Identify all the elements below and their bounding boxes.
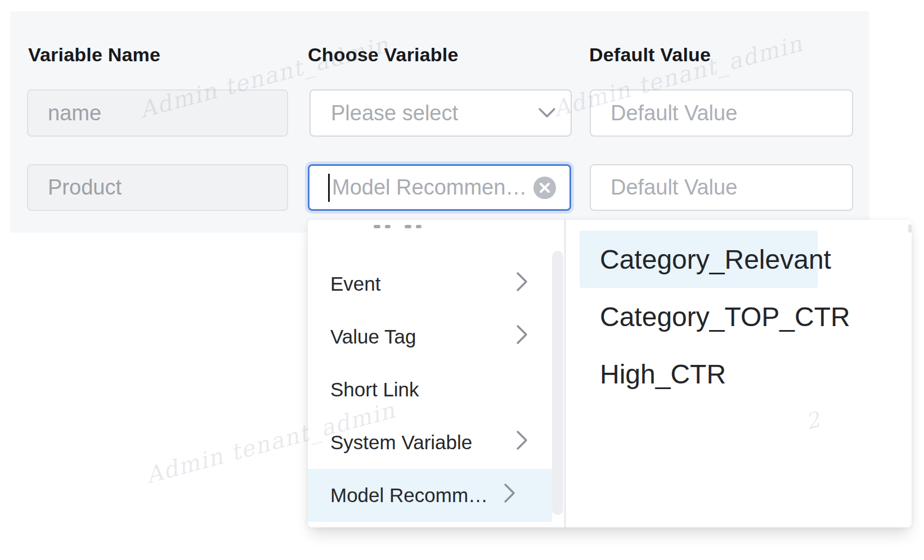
variable-name-label: Variable Name bbox=[28, 44, 160, 66]
cascader-column-1: Event Value Tag Short Link System Variab… bbox=[308, 220, 564, 527]
choose-variable-select-row1[interactable]: Please select bbox=[310, 89, 572, 137]
clipped-text-fragment bbox=[385, 225, 391, 228]
clipped-menu-item[interactable] bbox=[308, 220, 564, 258]
submenu-item-label: High_CTR bbox=[600, 359, 726, 390]
submenu-item-label: Category_Relevant bbox=[600, 244, 831, 275]
clipped-text-fragment bbox=[416, 225, 421, 228]
variable-name-input-row1[interactable] bbox=[27, 89, 288, 137]
choose-variable-value-row2: Model Recommen… bbox=[332, 175, 528, 200]
clipped-text-fragment bbox=[405, 225, 411, 228]
choose-variable-label: Choose Variable bbox=[308, 44, 459, 66]
submenu-item-category-relevant[interactable]: Category_Relevant bbox=[580, 231, 818, 288]
chevron-right-icon bbox=[516, 430, 528, 455]
menu-item-short-link[interactable]: Short Link bbox=[308, 363, 564, 416]
chevron-right-icon bbox=[516, 272, 528, 296]
menu-item-label: Model Recomm… bbox=[330, 484, 488, 507]
submenu-item-high-ctr[interactable]: High_CTR bbox=[580, 345, 818, 403]
chevron-down-icon bbox=[538, 107, 556, 119]
menu-item-value-tag[interactable]: Value Tag bbox=[308, 310, 564, 363]
clipped-text-fragment bbox=[374, 225, 380, 228]
text-cursor bbox=[328, 174, 330, 202]
choose-variable-placeholder-row1: Please select bbox=[331, 101, 458, 125]
chevron-right-icon bbox=[516, 324, 528, 349]
default-value-input-row1[interactable] bbox=[590, 89, 853, 137]
cascader-column-2: Category_Relevant Category_TOP_CTR High_… bbox=[566, 231, 912, 403]
menu-item-system-variable[interactable]: System Variable bbox=[308, 416, 564, 469]
clear-icon[interactable] bbox=[533, 177, 556, 199]
menu-item-label: Short Link bbox=[330, 378, 419, 401]
screen: Variable Name Choose Variable Default Va… bbox=[0, 0, 924, 560]
submenu-item-category-top-ctr[interactable]: Category_TOP_CTR bbox=[580, 288, 818, 345]
menu-item-label: Value Tag bbox=[330, 326, 416, 348]
variable-name-input-row2[interactable] bbox=[27, 164, 288, 211]
menu-item-label: System Variable bbox=[330, 431, 472, 454]
menu-item-model-recommend[interactable]: Model Recomm… bbox=[308, 469, 552, 522]
submenu-item-label: Category_TOP_CTR bbox=[600, 301, 850, 332]
choose-variable-select-row2[interactable]: Model Recommen… bbox=[308, 164, 571, 211]
cascader-dropdown: Event Value Tag Short Link System Variab… bbox=[308, 220, 912, 527]
default-value-input-row2[interactable] bbox=[590, 164, 853, 211]
column1-scrollbar-thumb[interactable] bbox=[552, 251, 563, 515]
menu-item-event[interactable]: Event bbox=[308, 258, 564, 310]
default-value-label: Default Value bbox=[589, 44, 711, 66]
column2-scrollbar-thumb[interactable] bbox=[908, 224, 912, 233]
chevron-right-icon bbox=[504, 483, 516, 508]
menu-item-label: Event bbox=[330, 273, 381, 295]
